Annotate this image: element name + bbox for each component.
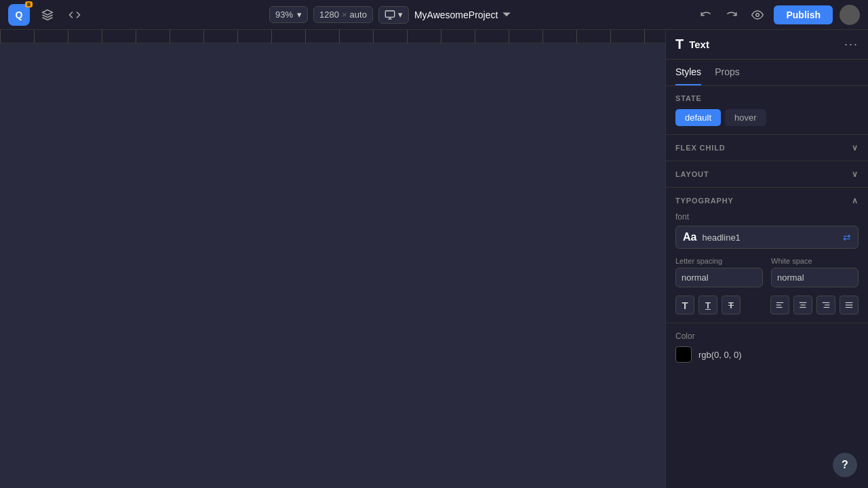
device-button[interactable]: ▾ [378, 6, 409, 24]
help-button[interactable]: ? [833, 453, 857, 477]
typography-label: TYPOGRAPHY [675, 197, 734, 205]
logo-text: Q [16, 9, 23, 20]
state-default-button[interactable]: default [675, 109, 721, 126]
preview-button[interactable] [748, 5, 767, 24]
letter-spacing-label: Letter spacing [675, 257, 763, 265]
flex-child-section: FLEX CHILD ∨ [666, 135, 868, 161]
state-section: STATE default hover [666, 86, 868, 135]
device-chevron: ▾ [398, 9, 403, 20]
ruler-top [0, 30, 665, 43]
white-space-field: White space [771, 257, 859, 287]
sidebar-tabs: Styles Props [666, 60, 868, 86]
component-label: Text [689, 39, 709, 50]
color-value: rgb(0, 0, 0) [698, 350, 742, 360]
topbar-left: Q B [8, 4, 84, 26]
layout-label: LAYOUT [675, 170, 709, 178]
italic-button[interactable]: T [698, 296, 717, 314]
font-name: headline1 [702, 232, 740, 243]
undo-button[interactable] [696, 5, 715, 24]
format-row: T T T [675, 296, 859, 314]
zoom-chevron: ▾ [297, 9, 302, 20]
canvas-area: + Text ⠿ [0, 30, 665, 488]
zoom-value: 93% [275, 9, 293, 20]
text-component-icon: T [675, 37, 684, 52]
align-center-button[interactable] [793, 296, 812, 314]
state-buttons: default hover [675, 109, 859, 126]
right-sidebar: T Text ··· Styles Props STATE default ho… [665, 30, 868, 488]
svg-marker-0 [43, 9, 53, 15]
strikethrough-button[interactable]: T [722, 296, 741, 314]
project-name[interactable]: MyAwesomeProject [414, 9, 511, 20]
layout-section: LAYOUT ∨ [666, 161, 868, 188]
tab-props[interactable]: Props [715, 60, 740, 85]
publish-button[interactable]: Publish [774, 5, 833, 24]
state-section-header[interactable]: STATE [675, 94, 859, 102]
width-value: 1280 [319, 9, 339, 20]
tab-styles[interactable]: Styles [675, 60, 701, 85]
color-row: rgb(0, 0, 0) [675, 346, 859, 363]
layout-header[interactable]: LAYOUT ∨ [675, 169, 859, 179]
avatar[interactable] [840, 5, 860, 25]
white-space-label: White space [771, 257, 859, 265]
letter-spacing-input[interactable] [675, 268, 763, 287]
topbar-center: 93% ▾ 1280 × auto ▾ MyAwesomeProject [269, 6, 511, 24]
flex-child-chevron: ∨ [852, 143, 859, 152]
svg-point-4 [756, 13, 760, 16]
typography-section: TYPOGRAPHY ∧ font Aa headline1 ⇄ Letter … [666, 188, 868, 323]
color-section: Color rgb(0, 0, 0) [666, 323, 868, 371]
layers-button[interactable] [38, 5, 57, 24]
flex-child-label: FLEX CHILD [675, 144, 726, 152]
align-right-button[interactable] [816, 296, 835, 314]
redo-button[interactable] [722, 5, 741, 24]
svg-rect-1 [385, 11, 394, 17]
color-label: Color [675, 331, 859, 341]
align-justify-button[interactable] [840, 296, 859, 314]
beta-badge: B [25, 1, 33, 7]
logo-button[interactable]: Q B [8, 4, 30, 26]
topbar: Q B 93% ▾ 1280 × auto ▾ [0, 0, 868, 30]
font-aa: Aa [683, 231, 696, 243]
typography-header[interactable]: TYPOGRAPHY ∧ [675, 196, 859, 205]
state-label: STATE [675, 94, 702, 102]
state-hover-button[interactable]: hover [725, 109, 766, 126]
component-name: T Text [675, 37, 709, 52]
height-value: auto [350, 9, 367, 20]
flex-child-header[interactable]: FLEX CHILD ∨ [675, 143, 859, 152]
sidebar-scroll: STATE default hover FLEX CHILD ∨ LAYOUT … [666, 86, 868, 488]
zoom-control[interactable]: 93% ▾ [269, 6, 308, 23]
font-label: font [675, 212, 859, 222]
layout-chevron: ∨ [852, 169, 859, 179]
letter-spacing-field: Letter spacing [675, 257, 763, 287]
dimension-display: 1280 × auto [313, 6, 373, 23]
spacing-row: Letter spacing White space [675, 257, 859, 287]
bold-button[interactable]: T [675, 296, 694, 314]
white-space-input[interactable] [771, 268, 859, 287]
topbar-right: Publish [696, 5, 860, 25]
code-button[interactable] [65, 5, 84, 24]
color-swatch[interactable] [675, 346, 692, 363]
sidebar-header: T Text ··· [666, 30, 868, 60]
typography-chevron: ∧ [852, 196, 859, 205]
font-inner: Aa headline1 [683, 231, 741, 243]
main-area: + Text ⠿ [0, 30, 868, 488]
align-left-button[interactable] [770, 296, 789, 314]
sidebar-menu-button[interactable]: ··· [844, 37, 859, 52]
font-display[interactable]: Aa headline1 ⇄ [675, 226, 859, 249]
font-link-icon[interactable]: ⇄ [843, 232, 851, 243]
